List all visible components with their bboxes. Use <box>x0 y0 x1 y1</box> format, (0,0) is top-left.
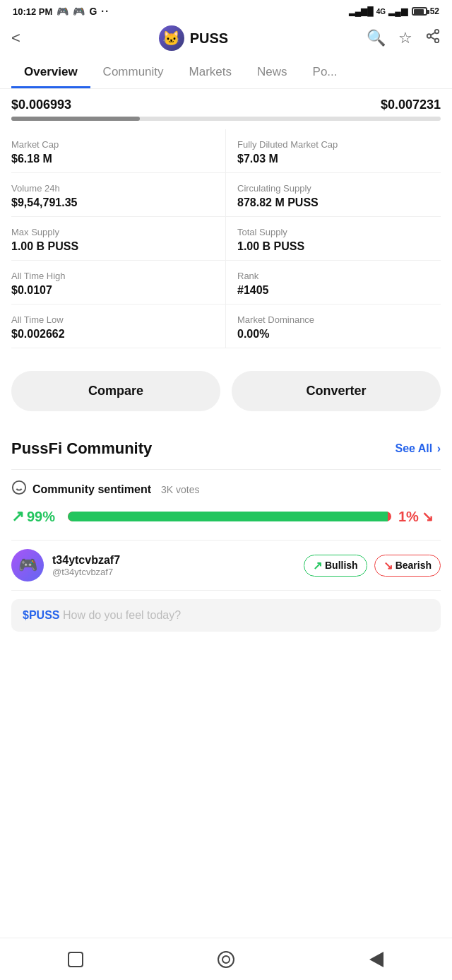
stat-label-total-supply: Total Supply <box>237 227 435 237</box>
svg-line-3 <box>431 37 435 40</box>
stat-value-circ-supply: 878.82 M PUSS <box>237 196 435 209</box>
user-name: t34ytcvbzaf7 <box>52 554 295 567</box>
battery-pct: 52 <box>430 6 439 16</box>
bottom-nav-bar <box>0 938 452 980</box>
square-icon <box>68 952 83 967</box>
price-range-bar <box>11 117 441 121</box>
stat-label-rank: Rank <box>237 271 435 281</box>
coin-title: 🐱 PUSS <box>159 25 228 51</box>
bullish-arrow-icon: ↗ <box>313 559 322 572</box>
status-left: 10:12 PM 🎮 🎮 G ·· <box>13 6 109 17</box>
status-time: 10:12 PM <box>13 6 52 17</box>
signal-icon-2: ▂▄▆ <box>388 6 408 16</box>
stat-value-max-supply: 1.00 B PUSS <box>11 240 214 253</box>
divider-1 <box>11 469 441 470</box>
stat-rank: Rank #1405 <box>226 261 441 305</box>
sentiment-bar-fill <box>68 512 388 521</box>
nav-bar: < 🐱 PUSS 🔍 ☆ <box>0 20 452 57</box>
community-title: PussFi Community <box>11 439 152 458</box>
svg-line-4 <box>431 33 435 35</box>
price-high: $0.007231 <box>381 98 441 112</box>
stat-value-rank: #1405 <box>237 284 435 297</box>
stat-label-ath: All Time High <box>11 271 214 281</box>
bullish-label: Bullish <box>325 560 358 571</box>
share-icon[interactable] <box>425 28 441 48</box>
stat-volume: Volume 24h $9,54,791.35 <box>11 173 226 217</box>
stat-total-supply: Total Supply 1.00 B PUSS <box>226 217 441 261</box>
community-section: PussFi Community See All › Community sen… <box>0 423 452 632</box>
sentiment-votes: 3K votes <box>161 484 199 495</box>
tab-more[interactable]: Po... <box>300 57 350 88</box>
sentiment-icon <box>11 480 27 499</box>
stat-label-fdmc: Fully Diluted Market Cap <box>237 139 435 150</box>
bearish-arrow-icon: ↘ <box>383 559 393 572</box>
back-triangle-icon <box>369 952 383 967</box>
bearish-percentage: 1% ↘ <box>398 508 441 525</box>
see-all-link[interactable]: See All › <box>395 442 441 455</box>
user-actions: ↗ Bullish ↘ Bearish <box>304 555 441 577</box>
search-icon[interactable]: 🔍 <box>367 29 386 47</box>
home-button[interactable] <box>61 945 90 974</box>
back-nav-button[interactable] <box>362 945 391 974</box>
stats-grid: Market Cap $6.18 M Fully Diluted Market … <box>0 124 452 354</box>
camera-button[interactable] <box>212 945 240 974</box>
stat-value-fdmc: $7.03 M <box>237 153 435 165</box>
price-low: $0.006993 <box>11 98 71 112</box>
bullish-percentage: ↗ 99% <box>11 507 61 526</box>
user-handle: @t34ytcvbzaf7 <box>52 567 295 577</box>
comment-placeholder-text: How do you feel today? <box>63 609 181 621</box>
game-icon-1: 🎮 <box>56 6 69 17</box>
back-button[interactable]: < <box>11 29 20 47</box>
stat-dominance: Market Dominance 0.00% <box>226 305 441 348</box>
converter-button[interactable]: Converter <box>232 371 441 411</box>
tab-news[interactable]: News <box>244 57 300 88</box>
coin-avatar: 🐱 <box>159 25 184 51</box>
tab-bar: Overview Community Markets News Po... <box>0 57 452 89</box>
nav-actions: 🔍 ☆ <box>367 28 441 48</box>
stat-market-cap: Market Cap $6.18 M <box>11 129 226 173</box>
battery-fill <box>414 9 424 15</box>
sentiment-label: Community sentiment <box>32 483 151 496</box>
stat-fdmc: Fully Diluted Market Cap $7.03 M <box>226 129 441 173</box>
coin-name: PUSS <box>190 30 228 47</box>
price-range-fill <box>11 117 140 121</box>
community-header: PussFi Community See All › <box>11 439 441 458</box>
comment-ticker: $PUSS <box>23 609 59 621</box>
stat-ath: All Time High $0.0107 <box>11 261 226 305</box>
signal-icon: ▂▄▆█ <box>349 6 374 16</box>
4g-icon: 4G <box>376 8 386 16</box>
tab-community[interactable]: Community <box>90 57 177 88</box>
stat-value-atl: $0.002662 <box>11 328 214 341</box>
bull-arrow-icon: ↗ <box>11 507 24 526</box>
bear-arrow-icon: ↘ <box>422 508 434 525</box>
tab-markets[interactable]: Markets <box>177 57 244 88</box>
bullish-button[interactable]: ↗ Bullish <box>304 555 367 577</box>
more-icon: ·· <box>101 6 109 17</box>
action-buttons: Compare Converter <box>0 354 452 423</box>
user-avatar: 🎮 <box>11 549 44 581</box>
stat-label-circ-supply: Circulating Supply <box>237 183 435 194</box>
user-card: 🎮 t34ytcvbzaf7 @t34ytcvbzaf7 ↗ Bullish ↘… <box>11 540 441 591</box>
status-bar: 10:12 PM 🎮 🎮 G ·· ▂▄▆█ 4G ▂▄▆ 52 <box>0 0 452 20</box>
circle-icon <box>218 951 234 968</box>
cat-emoji: 🐱 <box>162 30 180 47</box>
stat-circ-supply: Circulating Supply 878.82 M PUSS <box>226 173 441 217</box>
status-right: ▂▄▆█ 4G ▂▄▆ 52 <box>349 6 439 16</box>
chevron-right-icon: › <box>437 442 441 454</box>
stat-max-supply: Max Supply 1.00 B PUSS <box>11 217 226 261</box>
sentiment-bar-row: ↗ 99% 1% ↘ <box>11 507 441 526</box>
comment-input-container[interactable]: $PUSS How do you feel today? <box>11 599 441 632</box>
avatar-emoji: 🎮 <box>18 556 37 574</box>
google-icon: G <box>89 6 97 17</box>
bearish-button[interactable]: ↘ Bearish <box>374 555 441 577</box>
price-range-section: $0.006993 $0.007231 <box>0 89 452 124</box>
stat-value-total-supply: 1.00 B PUSS <box>237 240 435 253</box>
stat-label-market-cap: Market Cap <box>11 139 214 150</box>
bearish-label: Bearish <box>396 560 432 571</box>
star-icon[interactable]: ☆ <box>398 29 412 47</box>
stat-value-volume: $9,54,791.35 <box>11 196 214 209</box>
stat-value-ath: $0.0107 <box>11 284 214 297</box>
tab-overview[interactable]: Overview <box>11 57 90 88</box>
compare-button[interactable]: Compare <box>11 371 220 411</box>
stat-atl: All Time Low $0.002662 <box>11 305 226 348</box>
